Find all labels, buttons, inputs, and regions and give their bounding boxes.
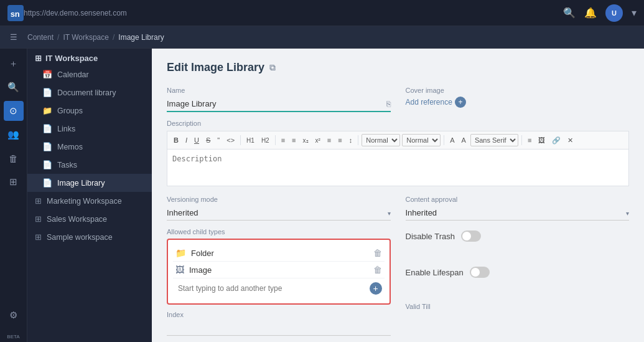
sup-btn[interactable]: x² xyxy=(313,136,323,145)
workspace-icon: ⊞ xyxy=(35,54,42,63)
hamburger-icon[interactable]: ☰ xyxy=(10,32,17,42)
rail-settings-icon[interactable]: ⚙ xyxy=(4,305,24,325)
document-icon: 📄 xyxy=(42,88,52,97)
icon-rail: ＋ 🔍 ⊙ 👥 🗑 ⊞ ⚙ BETA xyxy=(0,49,27,342)
line-height-btn[interactable]: ↕ xyxy=(347,135,355,145)
font-style-select[interactable]: Normal xyxy=(402,134,441,146)
left-col: Versioning mode Inherited ▾ Allowed chil… xyxy=(167,196,391,342)
font-size-select[interactable]: Normal xyxy=(362,134,400,146)
bg-color-btn[interactable]: A xyxy=(459,135,469,145)
add-type-button[interactable]: + xyxy=(370,282,382,295)
link-btn[interactable]: 🔗 xyxy=(549,135,563,146)
sidebar-sales-workspace[interactable]: ⊞ Sales Workspace xyxy=(27,210,152,228)
search-icon[interactable]: 🔍 xyxy=(563,7,576,19)
rail-users-icon[interactable]: 👥 xyxy=(4,125,24,145)
strikethrough-btn[interactable]: S xyxy=(203,135,213,145)
breadcrumb-it-workspace[interactable]: IT Workspace xyxy=(63,33,109,42)
image-btn[interactable]: 🖼 xyxy=(536,135,548,145)
font-family-select[interactable]: Sans Serif xyxy=(470,134,518,146)
sidebar-item-calendar[interactable]: 📅 Calendar xyxy=(27,65,152,83)
rail-trash-icon[interactable]: 🗑 xyxy=(4,148,24,168)
content-approval-label: Content approval xyxy=(406,196,630,203)
sidebar-item-links[interactable]: 📄 Links xyxy=(27,120,152,138)
avatar[interactable]: U xyxy=(605,4,623,22)
index-label: Index xyxy=(167,311,391,318)
valid-till-label: Valid Till xyxy=(406,303,630,310)
content-approval-select[interactable]: Inherited xyxy=(406,206,630,221)
content-approval-select-container: Inherited ▾ xyxy=(406,206,630,221)
folder-type-icon: 📁 xyxy=(175,248,186,258)
marketing-icon: ⊞ xyxy=(35,196,42,206)
font-color-btn[interactable]: A xyxy=(447,135,457,145)
sub-btn[interactable]: x₂ xyxy=(301,136,311,145)
add-type-input[interactable] xyxy=(175,282,365,295)
allowed-types-label: Allowed child types xyxy=(167,228,225,235)
h1-btn[interactable]: H1 xyxy=(244,136,257,145)
allowed-types-group: Allowed child types 📁 Folder 🗑 🖼 Image 🗑 xyxy=(167,227,391,305)
breadcrumb: ☰ Content / IT Workspace / Image Library xyxy=(0,26,644,49)
chevron-down-icon[interactable]: ▾ xyxy=(632,7,637,19)
mid-grid: Versioning mode Inherited ▾ Allowed chil… xyxy=(167,196,629,342)
enable-lifespan-label: Enable Lifespan xyxy=(406,268,464,277)
sidebar-item-memos[interactable]: 📄 Memos xyxy=(27,138,152,156)
toolbar-divider-4 xyxy=(444,135,444,145)
sidebar-item-tasks[interactable]: 📄 Tasks xyxy=(27,156,152,174)
image-library-icon: 📄 xyxy=(42,178,52,188)
index-input[interactable]: 3 xyxy=(167,321,391,336)
memos-icon: 📄 xyxy=(42,142,52,151)
rail-content-icon[interactable]: ⊙ xyxy=(4,101,24,121)
breadcrumb-sep-2: / xyxy=(113,33,114,42)
sidebar-item-document-library[interactable]: 📄 Document library xyxy=(27,83,152,102)
rail-add-icon[interactable]: ＋ xyxy=(4,54,24,74)
italic-btn[interactable]: I xyxy=(183,135,190,145)
align-btn[interactable]: ≡ xyxy=(525,135,534,145)
bell-icon[interactable]: 🔔 xyxy=(584,7,597,19)
blockquote-btn[interactable]: " xyxy=(215,135,222,145)
enable-lifespan-toggle[interactable] xyxy=(470,267,490,278)
disable-trash-label: Disable Trash xyxy=(406,232,455,241)
enable-lifespan-row: Enable Lifespan xyxy=(406,267,630,278)
topbar-icons: 🔍 🔔 U ▾ xyxy=(563,4,637,22)
rail-dashboard-icon[interactable]: ⊞ xyxy=(4,172,24,192)
links-icon: 📄 xyxy=(42,124,52,133)
breadcrumb-content[interactable]: Content xyxy=(27,33,54,42)
code-btn[interactable]: <> xyxy=(224,135,237,145)
valid-till-group: Valid Till xyxy=(406,303,630,310)
type-row-image: 🖼 Image 🗑 xyxy=(173,262,385,278)
edit-header: Edit Image Library ⧉ xyxy=(167,61,629,74)
sales-icon: ⊞ xyxy=(35,214,42,224)
disable-trash-toggle[interactable] xyxy=(461,230,481,242)
description-label: Description xyxy=(167,120,629,127)
ol-btn[interactable]: ≡ xyxy=(289,135,298,145)
sidebar-item-groups[interactable]: 📁 Groups xyxy=(27,102,152,120)
versioning-group: Versioning mode Inherited ▾ xyxy=(167,196,391,221)
versioning-select[interactable]: Inherited xyxy=(167,206,391,221)
ul-btn[interactable]: ≡ xyxy=(279,135,287,145)
beta-label: BETA xyxy=(7,334,19,340)
add-ref-plus-icon[interactable]: + xyxy=(455,97,466,108)
sidebar: ⊞ IT Workspace 📅 Calendar 📄 Document lib… xyxy=(27,49,152,342)
name-input[interactable] xyxy=(167,97,386,111)
h2-btn[interactable]: H2 xyxy=(259,136,272,145)
topbar: sn https://dev.demo.sensenet.com 🔍 🔔 U ▾ xyxy=(0,0,644,26)
sidebar-sample-workspace[interactable]: ⊞ Sample workspace xyxy=(27,228,152,246)
clear-format-btn[interactable]: ✕ xyxy=(565,135,576,146)
description-section: Description B I U S " <> H1 H2 ≡ ≡ x₂ x²… xyxy=(167,120,629,188)
outdent-btn[interactable]: ≡ xyxy=(335,135,344,145)
name-copy-icon[interactable]: ⎘ xyxy=(386,100,391,108)
add-reference-button[interactable]: Add reference + xyxy=(406,97,466,108)
sidebar-marketing-workspace[interactable]: ⊞ Marketing Workspace xyxy=(27,192,152,210)
toolbar-divider-1 xyxy=(240,135,241,145)
sidebar-item-image-library[interactable]: 📄 Image Library xyxy=(27,174,152,192)
underline-btn[interactable]: U xyxy=(192,135,202,145)
folder-delete-icon[interactable]: 🗑 xyxy=(373,248,382,258)
bold-btn[interactable]: B xyxy=(171,135,181,145)
indent-btn[interactable]: ≡ xyxy=(325,135,334,145)
image-delete-icon[interactable]: 🗑 xyxy=(373,265,382,275)
cover-image-section: Add reference + xyxy=(406,97,630,108)
sidebar-it-workspace[interactable]: ⊞ IT Workspace xyxy=(27,49,152,65)
main-layout: ＋ 🔍 ⊙ 👥 🗑 ⊞ ⚙ BETA ⊞ IT Workspace 📅 Cale… xyxy=(0,49,644,342)
rail-search-icon[interactable]: 🔍 xyxy=(4,77,24,97)
edit-info-icon: ⧉ xyxy=(269,62,276,73)
description-textarea[interactable] xyxy=(167,149,629,186)
